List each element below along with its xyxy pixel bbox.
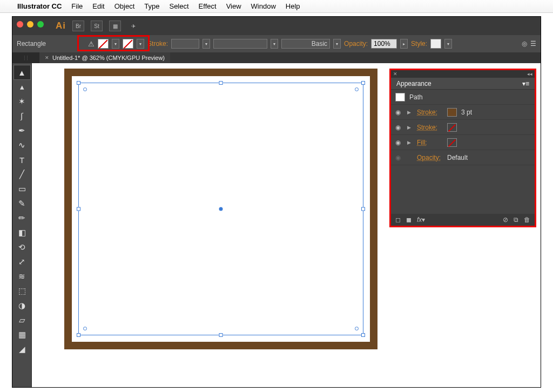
illustrator-logo: Ai xyxy=(56,21,66,31)
free-transform-tool[interactable]: ⬚ xyxy=(14,284,30,298)
fill-swatch[interactable] xyxy=(98,39,109,49)
zoom-icon[interactable] xyxy=(37,21,44,28)
panel-close-icon[interactable]: ✕ xyxy=(393,71,397,77)
menu-help[interactable]: Help xyxy=(286,2,300,10)
selection-type: Rectangle xyxy=(17,40,46,48)
preferences-icon[interactable]: ☰ xyxy=(530,40,536,48)
stroke-color-swatch[interactable] xyxy=(447,108,457,117)
menu-window[interactable]: Window xyxy=(251,2,276,10)
document-setup-icon[interactable]: ◎ xyxy=(522,40,527,48)
visibility-icon[interactable]: ◉ xyxy=(395,109,403,116)
new-fill-icon[interactable]: ◼ xyxy=(406,216,412,224)
menu-type[interactable]: Type xyxy=(144,2,159,10)
selection-tool[interactable]: ▲ xyxy=(14,65,30,79)
new-stroke-icon[interactable]: ◻ xyxy=(395,216,401,224)
center-point-icon xyxy=(219,207,223,211)
tools-panel: ▲ ▴ ✶ ʃ ✒ ∿ T ╱ ▭ ✎ ✏ ◧ ⟲ ⤢ ≋ ⬚ ◑ ▱ ▦ ◢ xyxy=(12,63,32,387)
stroke-weight-value[interactable]: 3 pt xyxy=(461,109,472,116)
trash-icon[interactable]: 🗑 xyxy=(524,216,530,224)
warning-icon: ⚠ xyxy=(88,40,95,48)
stroke-label[interactable]: Stroke: xyxy=(147,40,168,48)
arrange-documents-button[interactable]: ▦ xyxy=(109,21,121,31)
expand-icon[interactable]: ▶ xyxy=(407,110,413,115)
fill-color-swatch[interactable] xyxy=(447,138,457,147)
appearance-object-row[interactable]: Path xyxy=(391,90,535,105)
panel-titlebar[interactable]: ✕◂◂ xyxy=(391,70,535,78)
visibility-icon[interactable]: ◉ xyxy=(395,124,403,131)
perspective-tool[interactable]: ▱ xyxy=(14,313,30,327)
expand-icon[interactable]: ▶ xyxy=(407,125,413,130)
style-label[interactable]: Style: xyxy=(411,40,427,48)
opacity-dropdown[interactable]: ▸ xyxy=(400,39,408,49)
menubar-appname[interactable]: Illustrator CC xyxy=(17,2,62,10)
menu-edit[interactable]: Edit xyxy=(92,2,104,10)
shape-builder-tool[interactable]: ◑ xyxy=(14,299,30,313)
stroke-swatch[interactable] xyxy=(123,39,133,49)
mesh-tool[interactable]: ▦ xyxy=(14,328,30,342)
brush-field[interactable]: Basic xyxy=(281,39,330,49)
brush-dropdown[interactable]: ▾ xyxy=(333,39,341,49)
scale-tool[interactable]: ⤢ xyxy=(14,255,30,269)
close-icon[interactable] xyxy=(17,21,23,28)
menu-select[interactable]: Select xyxy=(169,2,188,10)
lasso-tool[interactable]: ʃ xyxy=(14,109,30,123)
magic-wand-tool[interactable]: ✶ xyxy=(14,94,30,109)
curvature-tool[interactable]: ∿ xyxy=(14,138,30,152)
panel-footer: ◻ ◼ fx▾ ⊘ ⧉ 🗑 xyxy=(391,214,535,226)
opacity-label[interactable]: Opacity: xyxy=(344,40,368,48)
panel-collapse-icon[interactable]: ◂◂ xyxy=(527,71,532,77)
menu-view[interactable]: View xyxy=(226,2,241,10)
tab-close-icon[interactable]: ✕ xyxy=(45,55,49,60)
appearance-tab[interactable]: Appearance xyxy=(396,80,431,87)
bridge-button[interactable]: Br xyxy=(72,21,84,31)
artboard-rectangle[interactable] xyxy=(64,69,377,349)
stroke-color-swatch[interactable] xyxy=(447,123,457,132)
stroke-dropdown[interactable]: ▾ xyxy=(137,39,144,49)
stock-button[interactable]: St xyxy=(91,21,103,31)
width-tool[interactable]: ≋ xyxy=(14,269,30,283)
appearance-panel: ✕◂◂ Appearance ▾≡ Path ◉ ▶ Stroke: 3 pt … xyxy=(389,69,536,227)
appearance-fill-row[interactable]: ◉ ▶ Fill: xyxy=(391,135,535,150)
style-dropdown[interactable]: ▾ xyxy=(444,39,452,49)
visibility-icon[interactable]: ◉ xyxy=(395,139,403,146)
rotate-tool[interactable]: ⟲ xyxy=(14,240,30,254)
vsp-field[interactable] xyxy=(213,39,267,49)
paintbrush-tool[interactable]: ✎ xyxy=(14,197,30,211)
rectangle-tool[interactable]: ▭ xyxy=(14,182,30,196)
app-bar: Ai Br St ▦ ✈ xyxy=(12,17,541,35)
menu-object[interactable]: Object xyxy=(114,2,135,10)
visibility-icon[interactable]: ◉ xyxy=(395,154,403,161)
document-tab[interactable]: ✕ Untitled-1* @ 362% (CMYK/GPU Preview) xyxy=(39,52,170,63)
style-swatch[interactable] xyxy=(430,39,441,49)
gradient-tool[interactable]: ◢ xyxy=(14,342,30,356)
line-tool[interactable]: ╱ xyxy=(14,167,30,181)
fill-dropdown[interactable]: ▾ xyxy=(112,39,119,49)
panel-tab-row: Appearance ▾≡ xyxy=(391,78,535,90)
menu-effect[interactable]: Effect xyxy=(199,2,217,10)
direct-selection-tool[interactable]: ▴ xyxy=(14,80,30,94)
menu-file[interactable]: File xyxy=(71,2,83,10)
appearance-opacity-row[interactable]: ◉ Opacity: Default xyxy=(391,150,535,165)
opacity-value[interactable]: Default xyxy=(447,154,468,161)
gpu-icon[interactable]: ✈ xyxy=(127,21,139,31)
stroke-weight-dropdown[interactable]: ▾ xyxy=(203,39,210,49)
add-effect-icon[interactable]: fx▾ xyxy=(417,216,425,224)
expand-icon[interactable]: ▶ xyxy=(407,140,413,145)
minimize-icon[interactable] xyxy=(27,21,33,28)
panel-empty-area xyxy=(391,165,535,214)
panel-handle[interactable]: ┆┆ xyxy=(12,52,39,63)
stroke-weight-field[interactable] xyxy=(171,39,199,49)
duplicate-icon[interactable]: ⧉ xyxy=(514,216,518,224)
opacity-field[interactable]: 100% xyxy=(371,39,397,49)
eraser-tool[interactable]: ◧ xyxy=(14,226,30,240)
pen-tool[interactable]: ✒ xyxy=(14,124,30,138)
type-tool[interactable]: T xyxy=(14,153,30,167)
appearance-stroke-row-1[interactable]: ◉ ▶ Stroke: 3 pt xyxy=(391,105,535,120)
panel-menu-icon[interactable]: ▾≡ xyxy=(522,80,529,87)
vsp-dropdown[interactable]: ▾ xyxy=(271,39,278,49)
clear-icon[interactable]: ⊘ xyxy=(503,216,508,224)
pencil-tool[interactable]: ✏ xyxy=(14,211,30,225)
window-controls xyxy=(17,21,44,28)
appearance-stroke-row-2[interactable]: ◉ ▶ Stroke: xyxy=(391,120,535,135)
object-type: Path xyxy=(409,93,423,101)
